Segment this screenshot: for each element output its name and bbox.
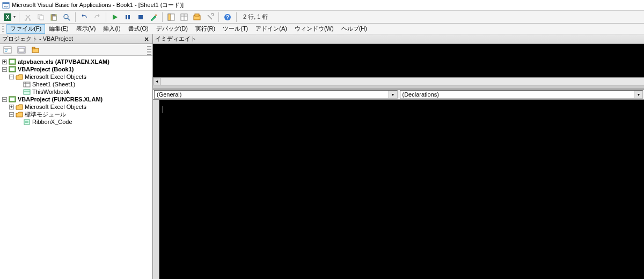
chevron-down-icon[interactable]: ▾	[634, 91, 642, 98]
paste-icon[interactable]	[48, 12, 59, 23]
expander-minus-icon[interactable]: −	[2, 97, 7, 102]
tree-label: atpvbaen.xls (ATPVBAEN.XLAM)	[18, 58, 109, 65]
text-cursor	[163, 106, 163, 113]
chevron-down-icon[interactable]: ▾	[389, 91, 397, 98]
svg-marker-13	[113, 14, 118, 20]
project-icon	[9, 66, 16, 72]
tree-folder-modules[interactable]: − 標準モジュール	[9, 111, 150, 118]
object-combo[interactable]: (General) ▾	[154, 90, 398, 99]
svg-rect-46	[10, 98, 14, 101]
vba-app-icon	[2, 2, 10, 9]
copy-icon	[35, 12, 46, 23]
svg-rect-17	[155, 14, 157, 16]
toggle-folders-icon[interactable]	[30, 45, 41, 55]
tree-label: ThisWorkbook	[32, 89, 70, 95]
menu-addins[interactable]: アドイン(A)	[252, 24, 291, 34]
separator	[106, 12, 106, 22]
menu-insert[interactable]: 挿入(I)	[99, 24, 124, 34]
main-toolbar: X ▾ ? 2 行, 1 桁	[0, 11, 644, 24]
svg-rect-7	[40, 16, 43, 20]
expander-minus-icon[interactable]: −	[9, 75, 14, 79]
view-object-icon[interactable]	[16, 45, 27, 55]
tree-node-vbaproject-funcres[interactable]: − VBAProject (FUNCRES.XLAM)	[2, 96, 150, 103]
project-explorer-pane: プロジェクト - VBAProject × + atpvbaen.xls (AT…	[0, 34, 153, 279]
project-icon	[9, 58, 16, 65]
procedure-combo[interactable]: (Declarations) ▾	[400, 90, 643, 99]
menu-view[interactable]: 表示(V)	[72, 24, 100, 34]
view-code-icon[interactable]	[2, 45, 13, 55]
immediate-title-text: イミディエイト	[155, 35, 196, 43]
right-pane: イミディエイト ◂ (General) ▾ (Declarations) ▾	[153, 34, 644, 279]
cut-icon	[23, 12, 33, 23]
tree-label: 標準モジュール	[25, 111, 66, 119]
tree-label: VBAProject (Book1)	[18, 66, 74, 72]
menu-debug[interactable]: デバッグ(D)	[152, 24, 192, 34]
svg-rect-1	[3, 2, 9, 4]
tree-label: RibbonX_Code	[32, 119, 72, 125]
menu-help[interactable]: ヘルプ(H)	[338, 24, 371, 34]
svg-point-4	[25, 19, 26, 20]
tree-node-atpvbaen[interactable]: + atpvbaen.xls (ATPVBAEN.XLAM)	[2, 58, 150, 65]
design-mode-icon[interactable]	[148, 12, 159, 23]
tree-item-ribbonx-code[interactable]: RibbonX_Code	[23, 118, 150, 126]
project-icon	[9, 96, 16, 102]
separator	[218, 12, 219, 22]
tree-item-thisworkbook[interactable]: ThisWorkbook	[23, 88, 150, 96]
properties-icon[interactable]	[179, 12, 189, 23]
code-combo-row: (General) ▾ (Declarations) ▾	[153, 89, 644, 100]
expander-plus-icon[interactable]: +	[9, 105, 14, 109]
project-explorer-icon[interactable]	[166, 12, 177, 23]
help-icon[interactable]: ?	[222, 12, 233, 23]
tree-folder-excel-objects-1[interactable]: − Microsoft Excel Objects	[9, 73, 150, 80]
workbook-icon	[23, 89, 31, 95]
folder-open-icon	[16, 74, 23, 80]
expander-plus-icon[interactable]: +	[2, 60, 7, 64]
svg-line-12	[68, 18, 70, 20]
pane-resize-grip[interactable]	[147, 45, 151, 55]
close-icon[interactable]: ×	[142, 34, 151, 44]
menu-edit[interactable]: 編集(E)	[45, 24, 72, 34]
immediate-h-scrollbar[interactable]: ◂	[153, 77, 644, 85]
run-icon[interactable]	[109, 12, 120, 23]
excel-icon[interactable]: X	[2, 12, 13, 23]
object-browser-icon[interactable]	[192, 12, 202, 23]
reset-icon[interactable]	[135, 12, 146, 23]
menu-window[interactable]: ウィンドウ(W)	[291, 24, 338, 34]
svg-marker-39	[16, 75, 23, 79]
expander-minus-icon[interactable]: −	[2, 67, 7, 72]
svg-rect-10	[53, 16, 56, 20]
menubar-grip[interactable]	[2, 25, 4, 33]
object-combo-value: (General)	[157, 91, 181, 98]
tree-label: Microsoft Excel Objects	[25, 74, 86, 80]
worksheet-icon	[23, 82, 31, 87]
immediate-window-body[interactable]: ◂	[153, 44, 644, 85]
svg-rect-14	[126, 15, 127, 19]
tree-label: Microsoft Excel Objects	[25, 104, 86, 110]
window-title: Microsoft Visual Basic for Applications …	[12, 1, 184, 9]
excel-dropdown-icon[interactable]: ▾	[13, 14, 16, 19]
find-icon[interactable]	[61, 12, 72, 23]
svg-rect-15	[128, 15, 130, 19]
project-explorer-title-text: プロジェクト - VBAProject	[2, 35, 73, 43]
break-icon[interactable]	[122, 12, 133, 23]
svg-marker-47	[16, 105, 23, 109]
separator	[19, 12, 19, 22]
toolbox-icon[interactable]	[204, 12, 215, 23]
tree-node-vbaproject-book1[interactable]: − VBAProject (Book1)	[2, 65, 150, 73]
menu-tools[interactable]: ツール(T)	[219, 24, 252, 34]
scroll-left-icon[interactable]: ◂	[153, 78, 160, 85]
separator	[162, 12, 163, 22]
menu-format[interactable]: 書式(O)	[125, 24, 152, 34]
tree-folder-excel-objects-2[interactable]: + Microsoft Excel Objects	[9, 103, 150, 111]
code-editor[interactable]	[153, 100, 644, 279]
svg-rect-24	[195, 14, 199, 16]
menubar: ファイル(F) 編集(E) 表示(V) 挿入(I) 書式(O) デバッグ(D) …	[0, 24, 644, 34]
project-tree[interactable]: + atpvbaen.xls (ATPVBAEN.XLAM) − VBAProj…	[0, 56, 152, 279]
svg-rect-34	[32, 47, 35, 49]
menu-file[interactable]: ファイル(F)	[6, 24, 45, 34]
expander-minus-icon[interactable]: −	[9, 112, 14, 117]
menu-run[interactable]: 実行(R)	[192, 24, 219, 34]
undo-icon[interactable]	[79, 12, 90, 23]
tree-item-sheet1[interactable]: Sheet1 (Sheet1)	[23, 80, 150, 88]
pane-splitter[interactable]	[153, 85, 644, 89]
